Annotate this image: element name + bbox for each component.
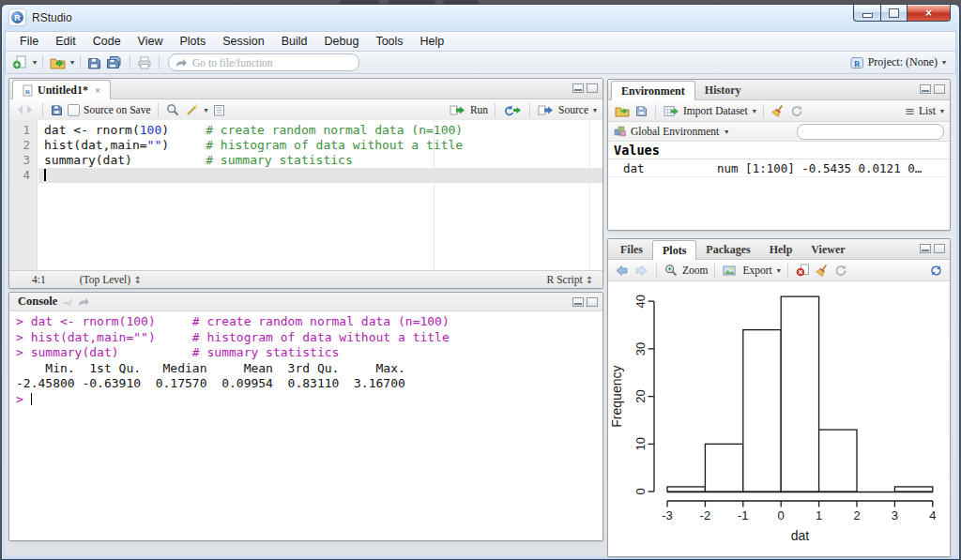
tab-viewer[interactable]: Viewer (801, 240, 854, 259)
tab-files[interactable]: Files (611, 240, 652, 259)
tab-help[interactable]: Help (760, 240, 802, 259)
clear-plots-broom-icon[interactable] (815, 263, 830, 278)
open-file-button[interactable] (49, 55, 67, 70)
next-plot-icon[interactable] (633, 264, 649, 278)
console-line: > summary(dat) # summary statistics (16, 345, 596, 361)
print-button[interactable] (136, 55, 153, 70)
save-button[interactable] (86, 55, 102, 70)
list-view-icon[interactable]: ≡ (905, 105, 915, 117)
minimize-pane-button[interactable] (920, 84, 931, 94)
source-on-save-checkbox[interactable] (68, 104, 80, 116)
console-prompt[interactable]: > (16, 392, 596, 408)
console-line: > dat <- rnorm(100) # create random norm… (16, 314, 596, 330)
svg-text:-1: -1 (738, 508, 749, 522)
rerun-button[interactable] (502, 103, 523, 117)
tab-packages[interactable]: Packages (696, 240, 759, 259)
chevron-down-icon[interactable]: ▾ (725, 128, 728, 136)
code-line-1[interactable]: dat <- rnorm(100) # create random normal… (38, 123, 603, 138)
menu-item-edit[interactable]: Edit (47, 32, 84, 51)
code-tools-wand-icon[interactable] (184, 102, 200, 117)
save-all-button[interactable] (105, 54, 124, 70)
save-source-button[interactable] (50, 103, 64, 117)
maximize-pane-button[interactable] (587, 83, 598, 93)
tab-plots[interactable]: Plots (652, 240, 696, 260)
title-bar[interactable]: R RStudio × (2, 5, 959, 30)
zoom-plot-icon[interactable] (664, 263, 679, 278)
code-line-3[interactable]: summary(dat) # summary statistics (38, 153, 603, 168)
import-dataset-label[interactable]: Import Dataset (683, 105, 748, 116)
restore-button[interactable] (881, 5, 908, 22)
minimize-button[interactable] (853, 5, 881, 22)
environment-search-input[interactable] (806, 126, 943, 139)
tab-history[interactable]: History (695, 81, 751, 99)
environment-entry-dat[interactable]: datnum [1:100] -0.5435 0.0121 0… (608, 159, 950, 177)
environment-search-box[interactable] (797, 124, 944, 140)
goto-directory-icon[interactable] (77, 296, 89, 307)
goto-file-search[interactable] (168, 53, 359, 71)
close-button[interactable]: × (908, 5, 951, 22)
menu-item-plots[interactable]: Plots (171, 32, 214, 51)
minimize-pane-button[interactable] (572, 83, 584, 93)
environment-toolbar: Import Dataset ▾ ≡ List ▾ (608, 100, 950, 122)
environment-scope-label[interactable]: Global Environment (631, 126, 719, 137)
chevron-down-icon[interactable]: ▾ (753, 107, 756, 115)
svg-text:20: 20 (633, 389, 648, 402)
menu-item-help[interactable]: Help (412, 32, 453, 51)
menu-item-build[interactable]: Build (273, 32, 316, 51)
find-icon[interactable] (165, 102, 180, 117)
maximize-pane-button[interactable] (934, 244, 945, 253)
previous-plot-icon[interactable] (614, 264, 630, 278)
save-workspace-button[interactable] (634, 104, 648, 118)
chevron-down-icon[interactable]: ▾ (33, 58, 37, 67)
remove-plot-icon[interactable] (795, 263, 811, 278)
close-tab-icon[interactable]: × (95, 84, 100, 96)
compile-notebook-icon[interactable] (212, 103, 226, 117)
minimize-pane-button[interactable] (920, 244, 931, 253)
back-forward-icons[interactable] (15, 104, 36, 115)
file-type-selector[interactable]: R Script↕ (547, 274, 593, 285)
chevron-down-icon[interactable]: ▾ (70, 58, 74, 67)
cursor-position: 4:1 (32, 274, 46, 285)
search-icon (802, 128, 803, 137)
chevron-down-icon[interactable]: ▾ (940, 107, 944, 115)
source-button[interactable] (537, 103, 555, 117)
code-editor[interactable]: 1234 dat <- rnorm(100) # create random n… (9, 120, 603, 271)
chevron-down-icon[interactable]: ▾ (777, 266, 781, 275)
code-line-2[interactable]: hist(dat,main="") # histogram of data wi… (38, 138, 603, 153)
goto-file-input[interactable] (191, 55, 358, 69)
project-selector[interactable]: R Project: (None) ▾ (850, 55, 946, 69)
refresh-icon[interactable] (789, 104, 804, 118)
clear-workspace-broom-icon[interactable] (770, 103, 786, 118)
menu-item-file[interactable]: File (11, 32, 47, 51)
publish-sync-icon[interactable] (928, 264, 944, 278)
console-output[interactable]: > dat <- rnorm(100) # create random norm… (9, 311, 603, 540)
new-file-button[interactable] (11, 54, 29, 70)
menu-item-code[interactable]: Code (84, 32, 130, 51)
export-plot-icon[interactable] (722, 264, 739, 278)
project-label: Project: (None) (868, 55, 938, 69)
minimize-pane-button[interactable] (572, 297, 584, 307)
line-number: 4 (9, 168, 37, 183)
menu-item-debug[interactable]: Debug (316, 32, 368, 51)
run-label[interactable]: Run (470, 104, 488, 115)
scope-selector[interactable]: (Top Level)↕ (80, 274, 142, 285)
load-workspace-button[interactable] (614, 104, 631, 118)
run-button[interactable] (449, 103, 466, 117)
project-icon: R (850, 56, 864, 69)
export-plot-label[interactable]: Export (742, 265, 771, 276)
chevron-down-icon[interactable]: ▾ (205, 106, 208, 114)
refresh-plot-icon[interactable] (833, 264, 848, 278)
chevron-down-icon[interactable]: ▾ (593, 106, 597, 114)
zoom-plot-label[interactable]: Zoom (682, 265, 708, 276)
source-label[interactable]: Source (558, 104, 588, 115)
tab-untitled1[interactable]: R Untitled1* × (12, 80, 111, 99)
import-dataset-icon[interactable] (663, 104, 679, 118)
menu-item-session[interactable]: Session (214, 32, 272, 51)
maximize-pane-button[interactable] (587, 297, 598, 307)
list-view-label[interactable]: List (919, 105, 936, 116)
tab-environment[interactable]: Environment (611, 81, 695, 100)
maximize-pane-button[interactable] (934, 84, 945, 94)
code-line-4[interactable] (38, 168, 603, 183)
menu-item-view[interactable]: View (130, 32, 172, 51)
menu-item-tools[interactable]: Tools (367, 32, 411, 51)
